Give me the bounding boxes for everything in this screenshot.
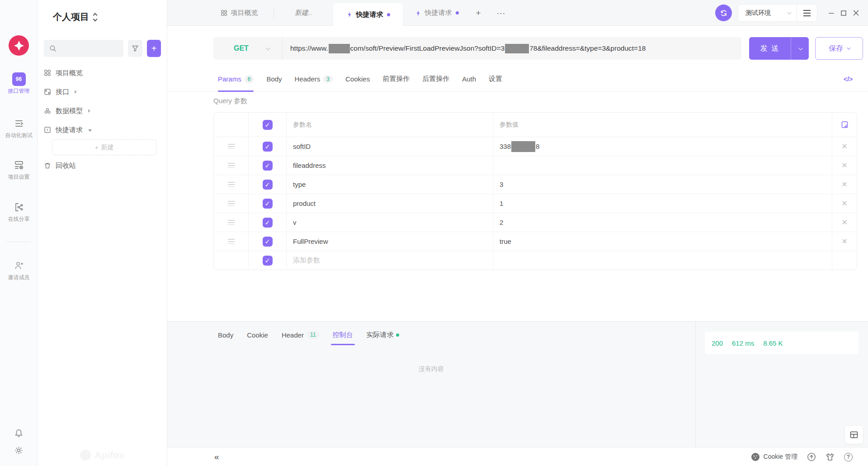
bulk-edit-button[interactable] (832, 113, 857, 137)
window-minimize-button[interactable]: ─ (825, 0, 838, 26)
delete-row-button[interactable]: ✕ (841, 199, 847, 208)
console-empty-text: 没有内容 (167, 365, 695, 373)
param-value-input[interactable]: 1 (493, 194, 832, 213)
gear-icon (14, 446, 24, 455)
row-checkbox[interactable]: ✓ (263, 237, 273, 247)
rail-item-api-manage[interactable]: 96 接口管理 (0, 72, 38, 94)
tab-pre-ops[interactable]: 前置操作 (382, 67, 410, 91)
param-name-input[interactable]: product (287, 194, 493, 213)
apifox-logo[interactable] (9, 35, 29, 56)
rail-item-invite-member[interactable]: 邀请成员 (0, 259, 38, 281)
tab-auth[interactable]: Auth (462, 67, 476, 91)
api-manage-icon: 96 (12, 72, 26, 86)
more-tabs-button[interactable]: ··· (492, 0, 510, 26)
param-name-input[interactable]: FullPreview (287, 232, 493, 251)
collapse-panel-button[interactable]: « (214, 447, 219, 466)
environment-menu-icon[interactable] (797, 10, 817, 16)
tab-headers[interactable]: Headers 3 (295, 67, 333, 91)
row-checkbox[interactable]: ✓ (263, 218, 273, 228)
select-all-checkbox[interactable]: ✓ (263, 120, 273, 130)
param-name-input[interactable]: type (287, 175, 493, 194)
drag-handle[interactable] (228, 144, 235, 149)
code-view-button[interactable]: </> (844, 67, 853, 91)
search-input[interactable] (44, 40, 123, 57)
rail-item-project-settings[interactable]: 项目设置 (0, 158, 38, 180)
invite-member-icon (12, 259, 26, 272)
tab-quick-request-active[interactable]: 快捷请求 (333, 3, 403, 26)
tree-item-data-model[interactable]: 数据模型 (38, 101, 167, 120)
delete-row-button[interactable]: ✕ (841, 218, 847, 227)
row-checkbox[interactable]: ✓ (263, 142, 273, 152)
response-section: Body Cookie Header 11 控制台 实际请求 没有内 (167, 321, 868, 447)
window-maximize-button[interactable] (837, 0, 850, 26)
tab-response-cookie[interactable]: Cookie (247, 324, 268, 345)
url-bar: GET https://www.com/soft/Preview/FirstLo… (213, 37, 741, 60)
new-tab-button[interactable]: + (469, 0, 487, 26)
save-button[interactable]: 保存 (815, 37, 863, 60)
param-value-input[interactable]: 2 (493, 213, 832, 232)
row-checkbox[interactable]: ✓ (263, 256, 273, 266)
drag-handle[interactable] (228, 220, 235, 225)
tree-item-api[interactable]: 接口 (38, 82, 167, 101)
tab-new-draft[interactable]: 新建.. (274, 0, 333, 26)
send-button[interactable]: 发 送 (749, 37, 809, 60)
param-name-input[interactable]: softID (287, 137, 493, 156)
param-value-input[interactable]: 3388 (493, 137, 832, 156)
param-row-type: ✓ type 3 ✕ (214, 175, 857, 194)
help-button[interactable]: ? (844, 453, 853, 461)
rail-item-automation[interactable]: 自动化测试 (0, 117, 38, 138)
add-new-button[interactable]: + (147, 40, 161, 57)
send-options-button[interactable] (791, 37, 809, 60)
tree-item-overview[interactable]: 项目概览 (38, 63, 167, 82)
add-param-value-input[interactable] (493, 251, 832, 270)
tab-settings[interactable]: 设置 (489, 67, 502, 91)
param-value-input[interactable] (493, 156, 832, 175)
param-name-input[interactable]: v (287, 213, 493, 232)
drag-handle[interactable] (228, 182, 235, 187)
tree-item-quick-request[interactable]: 快捷请求 (38, 120, 167, 139)
project-switcher[interactable]: 个人项目 (53, 11, 97, 23)
add-param-input[interactable]: 添加参数 (287, 251, 493, 270)
row-checkbox[interactable]: ✓ (263, 199, 273, 209)
tab-response-body[interactable]: Body (218, 324, 233, 345)
trash-icon (44, 162, 51, 169)
tab-params[interactable]: Params 6 (218, 67, 254, 91)
tree-item-recycle-bin[interactable]: 回收站 (38, 156, 167, 175)
layout-toggle-button[interactable] (845, 426, 863, 444)
environment-label: 测试环境 (738, 9, 787, 17)
delete-row-button[interactable]: ✕ (841, 237, 847, 246)
delete-row-button[interactable]: ✕ (841, 180, 847, 189)
environment-selector[interactable]: 测试环境 (738, 4, 817, 22)
tab-quick-request-2[interactable]: 快捷请求 (407, 0, 467, 26)
upload-button[interactable] (807, 452, 816, 461)
drag-handle[interactable] (228, 163, 235, 168)
window-close-button[interactable] (849, 0, 862, 26)
param-name-input[interactable]: fileaddress (287, 156, 493, 175)
filter-button[interactable] (128, 40, 142, 57)
cookie-manager-button[interactable]: Cookie 管理 (751, 452, 797, 461)
new-quick-request-button[interactable]: + 新建 (52, 139, 156, 155)
tab-cookies[interactable]: Cookies (345, 67, 370, 91)
row-checkbox[interactable]: ✓ (263, 161, 273, 171)
theme-button[interactable] (826, 452, 835, 461)
tab-project-overview[interactable]: 项目概览 (205, 0, 273, 26)
row-checkbox[interactable]: ✓ (263, 180, 273, 190)
method-selector[interactable]: GET (213, 37, 282, 60)
sync-button[interactable] (715, 5, 732, 21)
tab-response-header[interactable]: Header 11 (282, 324, 319, 345)
tab-post-ops[interactable]: 后置操作 (422, 67, 449, 91)
tab-actual-request[interactable]: 实际请求 (367, 324, 399, 345)
watermark-logo-icon (80, 450, 91, 461)
delete-row-button[interactable]: ✕ (841, 142, 847, 151)
drag-handle[interactable] (228, 201, 235, 206)
url-input[interactable]: https://www.com/soft/Preview/FirstLoadPr… (283, 44, 646, 53)
param-value-input[interactable]: true (493, 232, 832, 251)
drag-handle[interactable] (228, 239, 235, 244)
delete-row-button[interactable]: ✕ (841, 161, 847, 170)
tab-body[interactable]: Body (266, 67, 282, 91)
rail-item-online-share[interactable]: 在线分享 (0, 200, 38, 222)
tab-console[interactable]: 控制台 (333, 324, 353, 345)
settings-button[interactable] (0, 446, 38, 455)
notifications-button[interactable] (0, 428, 38, 438)
param-value-input[interactable]: 3 (493, 175, 832, 194)
